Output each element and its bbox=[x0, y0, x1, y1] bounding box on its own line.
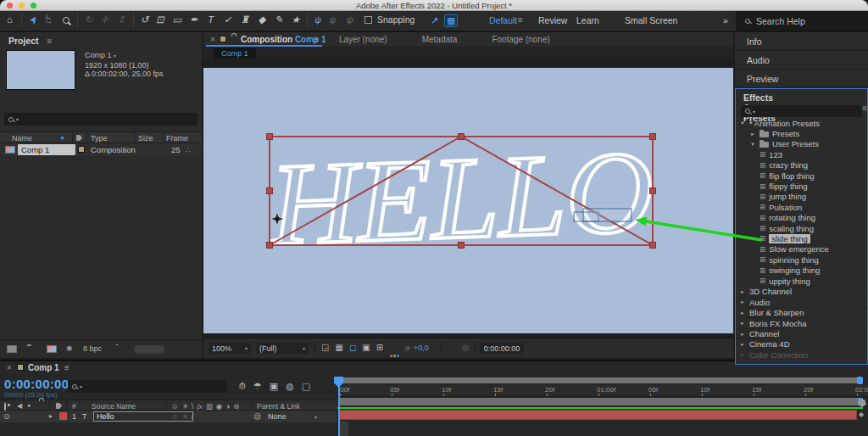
label-column-icon[interactable] bbox=[76, 135, 82, 141]
world-axis-mode-icon[interactable]: ψ bbox=[327, 13, 338, 27]
collapsed-panel-tab[interactable]: Info bbox=[735, 32, 868, 51]
exposure-icon[interactable]: ☼ bbox=[403, 343, 411, 352]
user-presets-folder-row[interactable]: ▾ User Presets bbox=[736, 139, 867, 149]
home-icon[interactable]: ⌂ bbox=[4, 13, 15, 27]
twirl-open-icon[interactable]: ▾ bbox=[749, 141, 756, 148]
snapping-checkbox[interactable] bbox=[364, 16, 372, 24]
work-area-bar[interactable] bbox=[339, 398, 863, 405]
timeline-comp-tab[interactable]: Comp 1 bbox=[28, 363, 59, 372]
source-name-column[interactable]: Source Name bbox=[92, 402, 136, 411]
channel-select-icon[interactable] bbox=[390, 345, 400, 361]
frame-blending-icon[interactable]: ◍ bbox=[286, 381, 294, 392]
twirl-closed-icon[interactable]: ▸ bbox=[739, 320, 746, 327]
roto-brush-tool-icon[interactable]: ✎ bbox=[273, 13, 284, 27]
project-item-name[interactable]: Comp 1 bbox=[18, 144, 75, 155]
preset-item[interactable]: ⊞ scaling thing bbox=[736, 223, 867, 233]
motion-blur-icon[interactable]: ▢ bbox=[302, 381, 310, 392]
bit-depth-button[interactable]: 8 bpc bbox=[83, 344, 102, 353]
effects-search-field[interactable]: ▾ bbox=[741, 105, 862, 117]
project-flowchart-pill[interactable] bbox=[134, 345, 164, 354]
zoom-tool-icon[interactable] bbox=[60, 13, 71, 27]
effects-panel-menu-icon[interactable]: ≡ bbox=[862, 103, 867, 113]
viewer-tab[interactable]: Layer (none) bbox=[339, 35, 387, 44]
region-of-interest-icon[interactable]: ▣ bbox=[362, 343, 370, 352]
brush-tool-icon[interactable]: ✓ bbox=[222, 13, 233, 27]
label-column-icon[interactable] bbox=[56, 403, 62, 409]
layer-visibility-icon[interactable]: ⊙ bbox=[3, 412, 10, 421]
parent-link-column[interactable]: Parent & Link bbox=[257, 402, 300, 411]
close-window-button[interactable] bbox=[7, 3, 13, 8]
comp-marker-bin[interactable] bbox=[858, 400, 866, 407]
help-search-box[interactable]: Search Help bbox=[737, 11, 868, 31]
orbit-camera-tool-icon[interactable]: ↻ bbox=[77, 13, 93, 27]
layer-quality-icon[interactable]: / bbox=[192, 412, 193, 421]
preset-item[interactable]: ⊞ jump thing bbox=[736, 192, 867, 202]
timeline-navigator-bar[interactable] bbox=[339, 377, 863, 383]
twirl-closed-icon[interactable]: ▸ bbox=[739, 299, 746, 305]
mini-flowchart-icon[interactable]: ψ bbox=[239, 382, 246, 392]
column-name[interactable]: Name bbox=[12, 134, 32, 143]
comp-subtab[interactable]: Comp 1 bbox=[214, 48, 256, 59]
audio-column-icon[interactable]: ◀ bbox=[17, 402, 22, 410]
timeline-search-field[interactable]: ▾ bbox=[68, 380, 227, 393]
pick-whip-icon[interactable]: @ bbox=[253, 412, 261, 421]
zoom-level-select[interactable]: 100% ▾ bbox=[209, 343, 251, 354]
collapse-switch-icon[interactable]: ✳ bbox=[182, 402, 188, 411]
layer-collapse-icon[interactable]: ✳ bbox=[182, 412, 188, 421]
preset-item[interactable]: ⊞ flippy thing bbox=[736, 181, 867, 191]
selection-tool-icon[interactable]: ➤ bbox=[21, 13, 37, 27]
animation-presets-root[interactable]: ▾ * Animation Presets bbox=[736, 118, 867, 128]
workspace-menu-icon[interactable]: ≡ bbox=[518, 15, 523, 25]
dolly-camera-tool-icon[interactable]: ⇕ bbox=[116, 13, 127, 27]
3d-switch-icon[interactable]: ⊚ bbox=[233, 402, 239, 411]
clone-stamp-tool-icon[interactable]: ♜ bbox=[239, 13, 250, 27]
transparency-grid-icon[interactable]: ▦ bbox=[335, 343, 342, 352]
mask-visibility-icon[interactable]: ◻ bbox=[349, 343, 356, 352]
twirl-closed-icon[interactable]: ▸ bbox=[739, 351, 746, 358]
marker-bin-icon[interactable]: ◆ bbox=[859, 411, 864, 418]
effect-category-row[interactable]: ▸ Color Correction bbox=[736, 349, 867, 360]
project-tab[interactable]: Project bbox=[8, 36, 39, 46]
layer-twirl-icon[interactable]: ▸ bbox=[49, 412, 53, 420]
preset-item[interactable]: ⊞ rotating thing bbox=[736, 213, 867, 223]
search-options-caret[interactable]: ▾ bbox=[16, 116, 19, 122]
effect-category-row[interactable]: ▸ Audio bbox=[736, 297, 867, 307]
column-size[interactable]: Size bbox=[138, 134, 153, 143]
snap-box-icon[interactable]: ▦ bbox=[444, 14, 458, 27]
layer-shy-icon[interactable]: ☺ bbox=[171, 412, 179, 421]
draft-3d-icon[interactable]: ☂ bbox=[253, 381, 262, 392]
preset-item[interactable]: ⊞ uppity thing bbox=[736, 276, 867, 286]
new-composition-icon[interactable] bbox=[47, 345, 57, 353]
view-axis-mode-icon[interactable]: ψ bbox=[344, 13, 355, 27]
timeline-tab-close-icon[interactable]: × bbox=[7, 363, 12, 372]
timeline-panel-menu-icon[interactable]: ≡ bbox=[64, 363, 70, 372]
exposure-value[interactable]: +0,0 bbox=[414, 344, 429, 352]
project-panel-menu-icon[interactable]: ≡ bbox=[47, 36, 53, 46]
twirl-open-icon[interactable]: ▾ bbox=[739, 120, 746, 126]
search-options-caret[interactable]: ▾ bbox=[80, 383, 82, 389]
zoom-window-button[interactable] bbox=[31, 3, 36, 8]
preset-item[interactable]: ⊞ crazy thing bbox=[736, 160, 867, 170]
solo-column-icon[interactable]: ● bbox=[27, 402, 31, 408]
twirl-closed-icon[interactable]: ▸ bbox=[739, 288, 746, 295]
show-snapshot-icon[interactable]: ◎ bbox=[462, 343, 470, 352]
workspace-small-screen-button[interactable]: Small Screen bbox=[625, 15, 677, 25]
twirl-closed-icon[interactable]: ▸ bbox=[739, 310, 746, 316]
navigator-end-handle[interactable] bbox=[857, 377, 863, 384]
viewer-tab[interactable]: Metadata bbox=[422, 35, 458, 44]
effect-category-row[interactable]: ▸ Boris FX Mocha bbox=[736, 317, 867, 327]
viewer-panel-menu-icon[interactable]: ≡ bbox=[314, 35, 319, 44]
quality-switch-icon[interactable]: \ bbox=[192, 402, 193, 411]
eraser-tool-icon[interactable]: ◆ bbox=[256, 13, 267, 27]
workspace-learn-button[interactable]: Learn bbox=[576, 15, 599, 25]
twirl-closed-icon[interactable]: ▸ bbox=[749, 131, 756, 137]
preset-item[interactable]: ⊞ spinning thing bbox=[736, 254, 867, 265]
comp-thumbnail[interactable] bbox=[6, 50, 75, 90]
project-settings-icon[interactable]: ✱ bbox=[66, 344, 73, 353]
workspace-overflow-chevron[interactable]: » bbox=[723, 15, 728, 25]
type-tool-icon[interactable]: T bbox=[205, 13, 216, 27]
time-ruler[interactable]: :00f05f10f15f20f01:00f05f10f15f20f02:00f bbox=[337, 385, 868, 397]
effect-category-row[interactable]: ▸ Cinema 4D bbox=[736, 338, 867, 349]
sort-ascending-icon[interactable]: ▲ bbox=[59, 134, 65, 140]
layer-label-swatch[interactable] bbox=[59, 412, 67, 420]
